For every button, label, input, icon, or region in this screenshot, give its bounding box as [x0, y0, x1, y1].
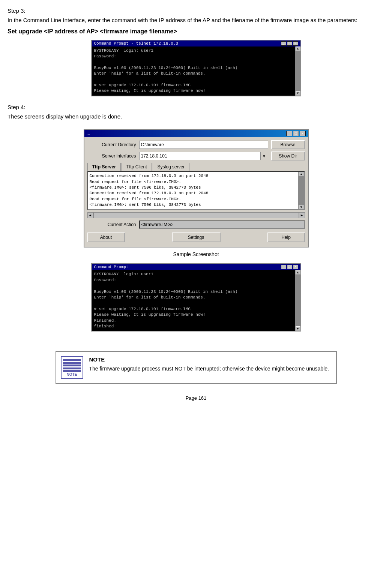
scroll-down-2[interactable]: ▼ [296, 326, 300, 331]
step3-text: In the Command Line Interface, enter the… [8, 16, 384, 25]
current-directory-label: Current Directory [87, 142, 136, 147]
current-action-label: Current Action [87, 222, 136, 227]
server-interfaces-dropdown[interactable]: ▼ [261, 152, 268, 160]
note-icon: NOTE [61, 356, 83, 379]
current-action-row: Current Action <firmware.IMG> [87, 220, 305, 229]
tftp-body: Current Directory Browse Server interfac… [84, 137, 308, 247]
tftp-hscroll-row: ◄ ► [87, 212, 305, 218]
note-text: The firmware upgrade process must NOT be… [89, 365, 332, 373]
tftp-log-wrapper: Connection received from 172.18.0.3 on p… [87, 171, 305, 210]
cmd-window-outer-2: BYSTROUANY login: user1 Password: BusyBo… [92, 270, 300, 331]
tftp-log: Connection received from 172.18.0.3 on p… [88, 172, 298, 209]
cmd-body-2: BYSTROUANY login: user1 Password: BusyBo… [92, 270, 295, 331]
tab-syslog-server[interactable]: Syslog server [153, 163, 190, 171]
scroll-track-2 [296, 274, 300, 326]
cmd-titlebar-1: Command Prompt - telnet 172.18.0.3 _ □ × [92, 40, 300, 46]
scroll-up-1[interactable]: ▲ [296, 46, 300, 51]
step4-text: These screens display when upgrade is do… [8, 112, 384, 121]
scroll-track-1 [296, 51, 300, 91]
cmd-title-1: Command Prompt - telnet 172.18.0.3 [94, 41, 178, 46]
cmd-titlebar-2: Command Prompt _ □ × [92, 264, 300, 270]
tftp-tabs: Tftp Server Tftp Client Syslog server [87, 163, 305, 171]
cmd-titlebar-buttons-2: _ □ × [281, 265, 298, 269]
current-action-value: <firmware.IMG> [139, 220, 305, 229]
note-content: NOTE The firmware upgrade process must N… [89, 356, 332, 373]
tftp-window: ... _ □ × Current Directory Browse Serve… [84, 129, 309, 248]
scroll-up-2[interactable]: ▲ [296, 270, 300, 274]
note-line-3 [63, 364, 81, 366]
note-line-5 [63, 370, 81, 372]
note-box: NOTE NOTE The firmware upgrade process m… [56, 351, 337, 384]
cmd-window-1: Command Prompt - telnet 172.18.0.3 _ □ ×… [91, 40, 301, 96]
tftp-hscroll-right[interactable]: ► [299, 212, 305, 218]
current-directory-input[interactable] [139, 141, 268, 149]
tftp-title: ... [87, 131, 90, 136]
tftp-scroll-down[interactable]: ▼ [299, 205, 303, 209]
current-directory-row: Current Directory Browse [87, 140, 305, 149]
show-dir-button[interactable]: Show Dir [271, 152, 305, 160]
help-button[interactable]: Help [267, 232, 305, 242]
tftp-bottom-buttons: About Settings Help [87, 231, 305, 244]
scroll-down-1[interactable]: ▼ [296, 91, 300, 96]
server-interfaces-label: Server interfaces [87, 153, 136, 159]
note-line-1 [63, 359, 81, 361]
cmd-maximize-btn-1[interactable]: □ [287, 41, 292, 46]
about-button[interactable]: About [87, 232, 125, 242]
browse-button[interactable]: Browse [271, 140, 305, 149]
tftp-titlebar-buttons: _ □ × [286, 131, 306, 136]
cmd-content-1: BYSTROUANY login: user1 Password: BusyBo… [92, 46, 295, 96]
server-interfaces-row: Server interfaces ▼ Show Dir [87, 152, 305, 160]
step3-command: Set upgrade <IP address of AP> <firmware… [8, 27, 384, 36]
cmd-window-2: Command Prompt _ □ × BYSTROUANY login: u… [91, 263, 301, 332]
caption: Sample Screenshot [8, 251, 384, 257]
cmd-body-1: BYSTROUANY login: user1 Password: BusyBo… [92, 46, 295, 96]
tab-tftp-client[interactable]: Tftp Client [122, 163, 152, 171]
cmd-scrollbar-2[interactable]: ▲ ▼ [295, 270, 300, 331]
cmd-title-2: Command Prompt [94, 265, 129, 269]
cmd-maximize-btn-2[interactable]: □ [287, 265, 292, 269]
note-underline: NOT [174, 366, 185, 372]
cmd-minimize-btn-1[interactable]: _ [281, 41, 286, 46]
step3-heading: Step 3: [8, 8, 384, 14]
cmd-scrollbar-1[interactable]: ▲ ▼ [295, 46, 300, 96]
note-label: NOTE [63, 372, 81, 376]
tftp-scroll-up[interactable]: ▲ [299, 172, 303, 176]
note-line-4 [63, 368, 81, 369]
server-interfaces-input-wrapper: ▼ [139, 152, 268, 160]
cmd-window-outer-1: BYSTROUANY login: user1 Password: BusyBo… [92, 46, 300, 96]
tftp-minimize-btn[interactable]: _ [286, 131, 292, 136]
cmd-close-btn-2[interactable]: × [293, 265, 298, 269]
cmd-minimize-btn-2[interactable]: _ [281, 265, 286, 269]
tftp-scroll-track [299, 176, 304, 205]
note-line-2 [63, 362, 81, 364]
tftp-hscroll-track[interactable] [93, 212, 299, 218]
cmd-content-2: BYSTROUANY login: user1 Password: BusyBo… [92, 270, 295, 331]
settings-button[interactable]: Settings [172, 232, 221, 242]
tftp-close-btn[interactable]: × [300, 131, 306, 136]
server-interfaces-input[interactable] [139, 152, 261, 160]
step4-heading: Step 4: [8, 104, 384, 110]
note-title: NOTE [89, 356, 332, 363]
tab-tftp-server[interactable]: Tftp Server [87, 163, 121, 171]
tftp-vscroll[interactable]: ▲ ▼ [298, 172, 304, 209]
cmd-close-btn-1[interactable]: × [293, 41, 298, 46]
tftp-titlebar: ... _ □ × [84, 130, 308, 137]
cmd-titlebar-buttons-1: _ □ × [281, 41, 298, 46]
page-number: Page 161 [8, 395, 384, 401]
tftp-hscroll-left[interactable]: ◄ [87, 212, 93, 218]
tftp-maximize-btn[interactable]: □ [293, 131, 299, 136]
